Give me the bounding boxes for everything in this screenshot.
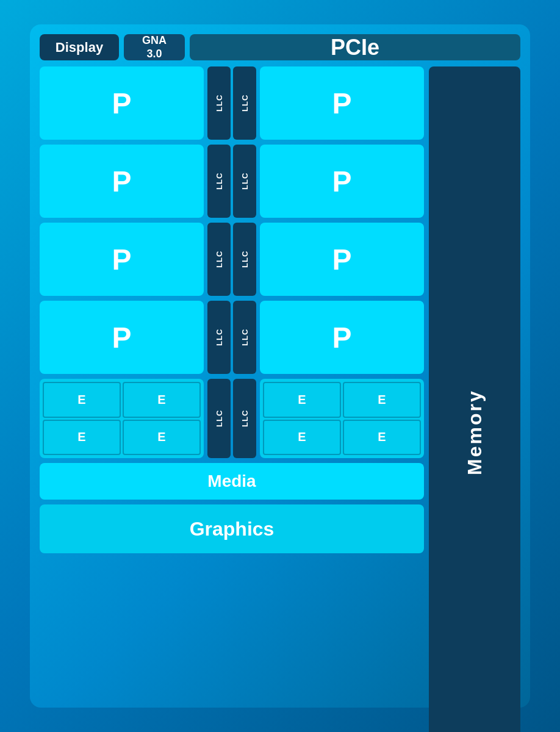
display-block: Display: [40, 34, 119, 60]
p-row-1: P LLC LLC P: [40, 66, 424, 140]
top-row: Display GNA3.0 PCIe: [40, 34, 520, 60]
p-core-4-right: P: [260, 301, 424, 374]
e-cluster-left: E E E E: [40, 379, 204, 458]
right-column: Memory: [429, 66, 520, 732]
llc-3-1: LLC: [207, 223, 231, 296]
llc-1-2: LLC: [233, 66, 256, 140]
llc-2-2: LLC: [233, 145, 256, 218]
gna-block: GNA3.0: [124, 34, 185, 60]
llc-e-pair: LLC LLC: [207, 379, 256, 458]
p-core-2-left: P: [40, 145, 204, 218]
e-cell-1: E: [43, 382, 121, 418]
llc-4-1: LLC: [207, 301, 231, 374]
e-cell-2: E: [123, 382, 201, 418]
display-label: Display: [56, 40, 103, 56]
e-cell-6: E: [343, 382, 421, 418]
p-core-1-left: P: [40, 66, 204, 140]
media-block: Media: [40, 463, 424, 500]
memory-label: Memory: [464, 390, 486, 476]
p-core-3-right: P: [260, 223, 424, 296]
e-cell-8: E: [343, 420, 421, 456]
main-area: P LLC LLC P P: [40, 66, 520, 732]
llc-pair-2: LLC LLC: [207, 145, 256, 218]
e-cell-3: E: [43, 420, 121, 456]
pcie-block: PCIe: [190, 34, 520, 60]
e-cluster-right: E E E E: [260, 379, 424, 458]
p-core-4-left: P: [40, 301, 204, 374]
llc-4-2: LLC: [233, 301, 256, 374]
p-row-4: P LLC LLC P: [40, 301, 424, 374]
graphics-block: Graphics: [40, 504, 424, 553]
llc-2-1: LLC: [207, 145, 231, 218]
p-core-3-left: P: [40, 223, 204, 296]
chip-diagram: Display GNA3.0 PCIe P LLC LLC: [30, 24, 530, 708]
graphics-label: Graphics: [190, 518, 275, 540]
left-column: P LLC LLC P P: [40, 66, 424, 732]
e-cell-7: E: [263, 420, 341, 456]
p-row-2: P LLC LLC P: [40, 145, 424, 218]
llc-pair-3: LLC LLC: [207, 223, 256, 296]
p-core-2-right: P: [260, 145, 424, 218]
llc-pair-1: LLC LLC: [207, 66, 256, 140]
e-core-row: E E E E LLC LLC E E E E: [40, 379, 424, 458]
media-label: Media: [207, 472, 256, 491]
gna-label: GNA3.0: [142, 34, 167, 60]
llc-pair-4: LLC LLC: [207, 301, 256, 374]
llc-3-2: LLC: [233, 223, 256, 296]
llc-e-2: LLC: [233, 379, 256, 458]
e-cell-5: E: [263, 382, 341, 418]
memory-block: Memory: [429, 66, 520, 732]
llc-1-1: LLC: [207, 66, 231, 140]
p-core-1-right: P: [260, 66, 424, 140]
pcie-label: PCIe: [331, 35, 379, 60]
llc-e-1: LLC: [207, 379, 231, 458]
p-row-3: P LLC LLC P: [40, 223, 424, 296]
e-cell-4: E: [123, 420, 201, 456]
